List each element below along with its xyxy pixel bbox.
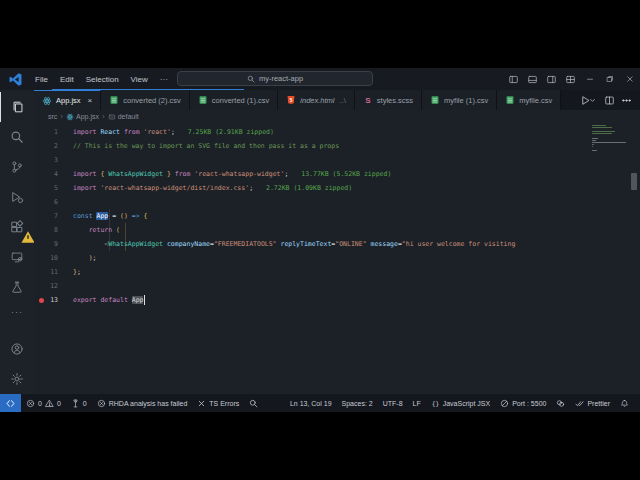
activitybar-item-explorer[interactable]: [0, 92, 34, 122]
statusbar-prettier[interactable]: Prettier: [570, 394, 615, 412]
breakpoint-dot[interactable]: [39, 298, 44, 303]
tab-converted-1-.csv[interactable]: converted (1).csv: [190, 90, 279, 110]
command-center[interactable]: my-react-app: [177, 71, 373, 86]
token: =>: [132, 212, 140, 220]
menu-view[interactable]: View: [125, 68, 154, 90]
layout-sidebar-left-icon[interactable]: [506, 72, 521, 87]
git-branch-icon: [10, 160, 24, 174]
line-number[interactable]: 12: [34, 282, 64, 290]
activitybar-more[interactable]: ···: [0, 302, 34, 322]
code-line-11[interactable]: 11};: [34, 265, 592, 279]
minimap[interactable]: [592, 125, 628, 152]
statusbar-encoding[interactable]: UTF-8: [378, 394, 408, 412]
statusbar-rhda-status[interactable]: RHDA analysis has failed: [92, 394, 193, 412]
code-line-5[interactable]: 5import 'react-whatsapp-widget/dist/inde…: [34, 181, 592, 195]
code-line-1[interactable]: 1import React from 'react';7.25KB (2.91K…: [34, 125, 592, 139]
warning-badge: [21, 230, 29, 238]
statusbar-browser-sync[interactable]: [551, 394, 570, 412]
token: (: [116, 226, 120, 234]
scrollbar-thumb[interactable]: [631, 173, 637, 190]
line-number[interactable]: 5: [34, 184, 64, 192]
token: 2.72KB (1.09KB zipped): [266, 184, 352, 192]
token: [73, 254, 89, 262]
statusbar-ports-broadcast[interactable]: 0: [66, 394, 92, 412]
editor-scrollbar[interactable]: [628, 123, 640, 394]
line-number[interactable]: 13: [34, 296, 64, 304]
tab-styles.scss[interactable]: Sstyles.scss: [355, 90, 422, 110]
line-number[interactable]: 8: [34, 226, 64, 234]
code-line-8[interactable]: 8 return (: [34, 223, 592, 237]
account-icon: [10, 342, 24, 356]
token: React: [100, 128, 123, 136]
statusbar-cursor-position[interactable]: Ln 13, Col 19: [285, 394, 337, 412]
statusbar-notifications[interactable]: [615, 394, 634, 412]
breadcrumb-item-default[interactable]: default: [108, 113, 139, 121]
code-editor[interactable]: 1import React from 'react';7.25KB (2.91K…: [34, 123, 640, 394]
code-line-12[interactable]: 12: [34, 279, 592, 293]
activitybar-item-accounts[interactable]: [0, 334, 34, 364]
code-line-4[interactable]: 4import { WhatsAppWidget } from 'react-w…: [34, 167, 592, 181]
line-number[interactable]: 2: [34, 142, 64, 150]
tab-close-icon[interactable]: ×: [88, 96, 93, 105]
code-line-3[interactable]: 3: [34, 153, 592, 167]
code-line-9[interactable]: 9 <WhatsAppWidget companyName="FREEMEDIA…: [34, 237, 592, 251]
code-line-7[interactable]: 7const App = () => {: [34, 209, 592, 223]
window-close-icon[interactable]: [620, 68, 640, 90]
more-actions-button[interactable]: [621, 95, 632, 106]
line-number[interactable]: 3: [34, 156, 64, 164]
code-line-6[interactable]: 6: [34, 195, 592, 209]
line-number[interactable]: 9: [34, 240, 64, 248]
layout-panel-icon[interactable]: [525, 72, 540, 87]
token: 'react-whatsapp-widget/dist/index.css': [100, 184, 249, 192]
layout-grid-icon[interactable]: [563, 72, 578, 87]
statusbar-indentation[interactable]: Spaces: 2: [337, 394, 378, 412]
activitybar-item-source-control[interactable]: [0, 152, 34, 182]
activitybar-item-remote-explorer[interactable]: [0, 242, 34, 272]
statusbar-live-server-port[interactable]: Port : 5500: [495, 394, 551, 412]
menu-selection[interactable]: Selection: [80, 68, 125, 90]
statusbar-eol[interactable]: LF: [408, 394, 426, 412]
menu-file[interactable]: File: [29, 68, 54, 90]
statusbar-ts-errors[interactable]: TS Errors: [192, 394, 244, 412]
statusbar-remote-indicator[interactable]: [0, 394, 21, 412]
line-number[interactable]: 1: [34, 128, 64, 136]
activitybar-item-settings[interactable]: [0, 364, 34, 394]
token: export: [73, 296, 100, 304]
line-number[interactable]: 10: [34, 254, 64, 262]
window-restore-icon[interactable]: [600, 68, 620, 90]
line-number[interactable]: 11: [34, 268, 64, 276]
run-file-button[interactable]: [580, 95, 598, 106]
breadcrumb-item-src[interactable]: src: [48, 113, 57, 120]
code-line-13[interactable]: 13export default App: [34, 293, 592, 307]
layout-sidebar-right-icon[interactable]: [544, 72, 559, 87]
breadcrumb[interactable]: src›App.jsx›default: [34, 110, 640, 123]
line-number[interactable]: 7: [34, 212, 64, 220]
tab-app.jsx[interactable]: App.jsx×: [34, 90, 101, 110]
window-minimize-icon[interactable]: [580, 68, 600, 90]
tab-converted-2-.csv[interactable]: converted (2).csv: [101, 90, 190, 110]
split-editor-button[interactable]: [604, 95, 615, 106]
token: 'react': [143, 128, 170, 136]
code-line-2[interactable]: 2// This is the way to import an SVG fil…: [34, 139, 592, 153]
statusbar-language-mode[interactable]: {}JavaScript JSX: [426, 394, 495, 412]
menu-[interactable]: ···: [154, 68, 174, 90]
braces-icon: {}: [431, 399, 440, 408]
line-number[interactable]: 4: [34, 170, 64, 178]
activitybar-item-testing[interactable]: [0, 272, 34, 302]
breadcrumb-label: default: [118, 113, 139, 120]
token: App: [96, 212, 108, 220]
menu-edit[interactable]: Edit: [54, 68, 80, 90]
statusbar-search-status[interactable]: [244, 394, 263, 412]
activitybar-item-extensions[interactable]: [0, 212, 34, 242]
tab-myfile-1-.csv[interactable]: myfile (1).csv: [422, 90, 497, 110]
activitybar-item-search[interactable]: [0, 122, 34, 152]
activitybar-item-run-debug[interactable]: [0, 182, 34, 212]
code-text: <WhatsAppWidget companyName="FREEMEDIATO…: [64, 237, 515, 251]
code-line-10[interactable]: 10 );: [34, 251, 592, 265]
line-number[interactable]: 6: [34, 198, 64, 206]
tab-myfile.csv[interactable]: myfile.csv: [497, 90, 561, 110]
tab-index.html[interactable]: 5index.html..\: [278, 90, 354, 110]
statusbar-problems[interactable]: 00: [21, 394, 66, 412]
breadcrumb-item-app-jsx[interactable]: App.jsx: [66, 113, 99, 121]
minimap-line: [592, 150, 597, 151]
